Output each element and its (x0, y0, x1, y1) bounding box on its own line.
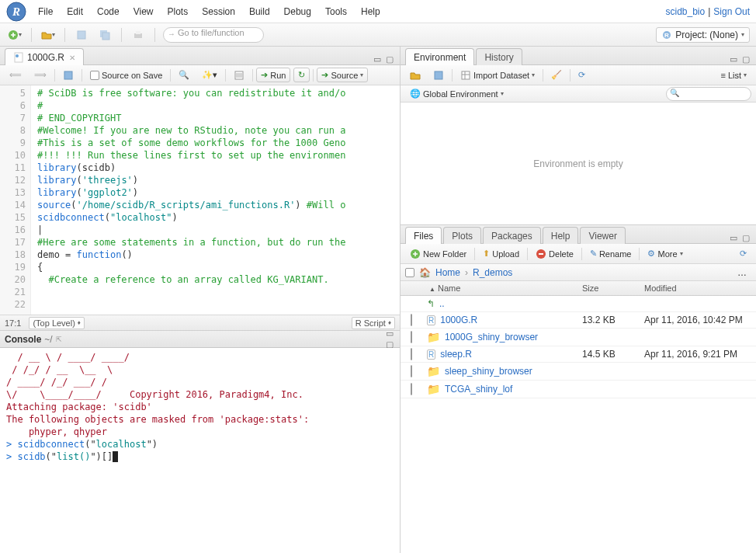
file-link[interactable]: 📁sleep_shiny_browser (427, 365, 573, 377)
rerun-button[interactable]: ↻ (293, 68, 310, 82)
minimize-env-button[interactable]: ▭ (728, 54, 739, 64)
svg-text:R: R (664, 32, 669, 39)
source-tab-label: 1000G.R (27, 52, 64, 63)
maximize-env-button[interactable]: ▢ (740, 54, 751, 64)
file-link[interactable]: ↰.. (427, 298, 573, 309)
col-size[interactable]: Size (577, 281, 640, 296)
new-file-button[interactable]: ▾ (6, 27, 23, 43)
refresh-files-button[interactable]: ⟳ (735, 246, 751, 261)
open-file-button[interactable]: ▾ (40, 27, 57, 43)
col-name[interactable]: ▲ Name (422, 281, 577, 296)
row-checkbox[interactable] (411, 365, 412, 377)
notebook-button[interactable] (229, 68, 249, 83)
menu-session[interactable]: Session (202, 6, 235, 17)
code-area[interactable]: # SciDB is free software: you can redist… (31, 85, 400, 315)
source-statusbar: 17:1 (Top Level)♦ R Script♦ (0, 315, 400, 330)
tab-help[interactable]: Help (543, 227, 579, 244)
tab-files[interactable]: Files (405, 227, 442, 244)
source-tab[interactable]: 1000G.R ✕ (5, 48, 84, 65)
menu-build[interactable]: Build (249, 6, 270, 17)
tab-environment[interactable]: Environment (405, 48, 474, 65)
row-checkbox[interactable] (411, 383, 412, 395)
select-all-checkbox[interactable] (405, 268, 414, 277)
tab-viewer[interactable]: Viewer (580, 227, 625, 244)
console-popup-icon[interactable]: ⇱ (56, 336, 62, 343)
env-search-input[interactable] (666, 87, 751, 101)
menu-plots[interactable]: Plots (168, 6, 189, 17)
save-all-button[interactable] (96, 27, 113, 43)
run-button[interactable]: ➔Run (256, 68, 290, 82)
refresh-env-button[interactable]: ⟳ (574, 68, 590, 82)
env-list-toggle[interactable]: ≡ List▾ (716, 68, 751, 82)
breadcrumb-more-button[interactable]: … (733, 265, 751, 280)
files-table: ▲ Name Size Modified ↰..R1000G.R13.2 KBA… (401, 281, 756, 553)
nav-fwd-button[interactable]: ⟹ (29, 68, 51, 82)
console-path: ~/ (44, 334, 52, 345)
project-chooser[interactable]: R Project: (None) ▾ (656, 27, 750, 43)
menu-file[interactable]: File (38, 6, 53, 17)
file-link[interactable]: R1000G.R (427, 315, 573, 325)
env-open-button[interactable] (405, 68, 425, 83)
row-checkbox[interactable] (411, 348, 412, 360)
file-link[interactable]: Rsleep.R (427, 349, 573, 360)
file-link[interactable]: 📁1000G_shiny_browser (427, 331, 573, 343)
svg-rect-18 (539, 253, 543, 255)
minimize-files-button[interactable]: ▭ (728, 232, 739, 243)
menu-edit[interactable]: Edit (67, 6, 83, 17)
files-tabstrip: FilesPlotsPackagesHelpViewer ▭ ▢ (401, 225, 756, 244)
clear-env-button[interactable]: 🧹 (546, 68, 567, 82)
minimize-pane-button[interactable]: ▭ (372, 54, 383, 64)
delete-button[interactable]: Delete (531, 246, 578, 262)
maximize-files-button[interactable]: ▢ (740, 232, 751, 243)
env-save-button[interactable] (428, 68, 449, 83)
console-body[interactable]: / __ \ / ____/ ____/ / /_/ / __ \__ \/ _… (0, 348, 400, 553)
tab-packages[interactable]: Packages (483, 227, 541, 244)
rfile-icon: R (427, 350, 435, 360)
rfile-icon: R (427, 315, 435, 325)
menu-help[interactable]: Help (361, 6, 380, 17)
maximize-pane-button[interactable]: ▢ (384, 54, 395, 64)
svg-rect-14 (435, 71, 442, 79)
file-link[interactable]: 📁TCGA_shiny_lof (427, 383, 573, 395)
more-button[interactable]: ⚙More▾ (643, 246, 687, 261)
close-tab-icon[interactable]: ✕ (69, 54, 75, 62)
home-icon[interactable]: 🏠 (419, 267, 431, 278)
menu-tools[interactable]: Tools (325, 6, 347, 17)
menu-view[interactable]: View (134, 6, 154, 17)
rename-button[interactable]: ✎Rename (585, 246, 636, 261)
source-tabstrip: 1000G.R ✕ ▭ ▢ (0, 47, 400, 65)
print-button[interactable] (130, 27, 147, 43)
wand-button[interactable]: ✨▾ (197, 68, 222, 82)
svg-rect-10 (15, 53, 23, 62)
new-folder-button[interactable]: New Folder (405, 246, 471, 262)
table-row: ↰.. (401, 296, 756, 312)
minimize-console-button[interactable]: ▭ (384, 331, 395, 339)
goto-file-input[interactable]: Go to file/function (163, 27, 264, 43)
upload-button[interactable]: ⬆Upload (478, 246, 524, 261)
save-source-button[interactable] (58, 68, 78, 83)
env-empty-message: Environment is empty (401, 103, 756, 224)
menu-debug[interactable]: Debug (284, 6, 311, 17)
source-on-save-check[interactable]: Source on Save (85, 68, 167, 82)
find-button[interactable]: 🔍 (174, 68, 194, 82)
nav-back-button[interactable]: ⟸ (5, 68, 26, 82)
scope-dropdown[interactable]: (Top Level)♦ (29, 317, 85, 329)
breadcrumb-home[interactable]: Home (435, 267, 460, 278)
source-editor[interactable]: 5678910111213141516171819202122 # SciDB … (0, 85, 400, 315)
global-env-dropdown[interactable]: 🌐Global Environment▾ (405, 86, 508, 101)
menu-code[interactable]: Code (97, 6, 120, 17)
project-label: Project: (None) (675, 30, 738, 40)
tab-history[interactable]: History (476, 48, 522, 65)
col-modified[interactable]: Modified (640, 281, 756, 296)
breadcrumb-folder[interactable]: R_demos (473, 267, 512, 278)
lang-dropdown[interactable]: R Script♦ (352, 317, 395, 329)
tab-plots[interactable]: Plots (443, 227, 481, 244)
source-button[interactable]: ➔Source▾ (317, 68, 368, 82)
menubar: R FileEditCodeViewPlotsSessionBuildDebug… (0, 0, 756, 23)
row-checkbox[interactable] (411, 331, 412, 343)
import-dataset-button[interactable]: Import Dataset▾ (456, 68, 539, 83)
signout-link[interactable]: Sign Out (713, 6, 750, 17)
save-button[interactable] (73, 27, 90, 43)
username-link[interactable]: scidb_bio (665, 6, 705, 17)
row-checkbox[interactable] (411, 314, 412, 326)
